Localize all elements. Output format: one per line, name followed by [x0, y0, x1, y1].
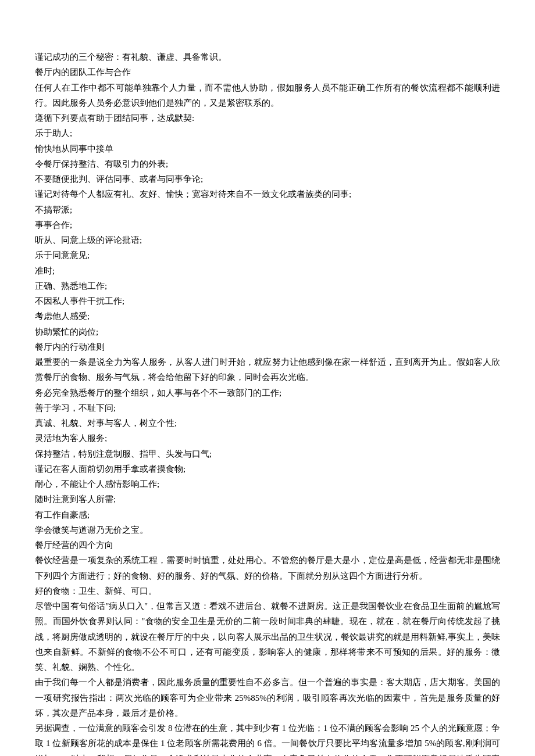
- text-line: 最重要的一条是说全力为客人服务，从客人进门时开始，就应努力让他感到像在家一样舒适…: [35, 354, 500, 385]
- text-line: 令餐厅保持整洁、有吸引力的外表;: [35, 156, 500, 171]
- document-body: 谨记成功的三个秘密：有礼貌、谦虚、具备常识。 餐厅内的团队工作与合作 任何人在工…: [35, 49, 500, 756]
- text-line: 尽管中国有句俗话"病从口入"，但常言又道：看戏不进后台、就餐不进厨房。这正是我国…: [35, 599, 500, 675]
- text-line: 不要随便批判、评估同事、或者与同事争论;: [35, 171, 500, 187]
- text-line: 乐于助人;: [35, 126, 500, 141]
- text-line: 学会微笑与道谢乃无价之宝。: [35, 522, 500, 538]
- text-line: 耐心，不能让个人感情影响工作;: [35, 476, 500, 492]
- text-line: 谨记对待每个人都应有礼、友好、愉快；宽容对待来自不一致文化或者族类的同事;: [35, 187, 500, 202]
- text-line: 谨记成功的三个秘密：有礼貌、谦虚、具备常识。: [35, 49, 500, 65]
- text-line: 准时;: [35, 263, 500, 278]
- text-line: 真诚、礼貌、对事与客人，树立个性;: [35, 415, 500, 431]
- text-line: 事事合作;: [35, 217, 500, 232]
- text-line: 餐厅内的团队工作与合作: [35, 65, 500, 80]
- text-line: 灵活地为客人服务;: [35, 431, 500, 446]
- text-line: 考虑他人感受;: [35, 309, 500, 324]
- text-line: 好的食物：卫生、新鲜、可口。: [35, 583, 500, 599]
- text-line: 保持整洁，特别注意制服、指甲、头发与口气;: [35, 446, 500, 461]
- text-line: 正确、熟悉地工作;: [35, 278, 500, 293]
- text-line: 任何人在工作中都不可能单独靠个人力量，而不需他人协助，假如服务人员不能正确工作所…: [35, 80, 500, 111]
- text-line: 不搞帮派;: [35, 202, 500, 217]
- text-line: 另据调查，一位满意的顾客会引发 8 位潜在的生意，其中到少有 1 位光临；1 位…: [35, 721, 500, 756]
- text-line: 随时注意到客人所需;: [35, 492, 500, 507]
- text-line: 由于我们每一个人都是消费者，因此服务质量的重要性自不必多言。但一个普遍的事实是：…: [35, 675, 500, 721]
- text-line: 有工作自豪感;: [35, 507, 500, 522]
- text-line: 餐厅经营的四个方向: [35, 538, 500, 553]
- text-line: 协助繁忙的岗位;: [35, 324, 500, 339]
- text-line: 愉快地从同事中接单: [35, 141, 500, 156]
- text-line: 乐于同意意见;: [35, 248, 500, 263]
- text-line: 餐厅内的行动准则: [35, 339, 500, 354]
- text-line: 谨记在客人面前切勿用手拿或者摸食物;: [35, 461, 500, 476]
- text-line: 善于学习，不耻下问;: [35, 400, 500, 415]
- text-line: 听从、同意上级的评论批语;: [35, 232, 500, 248]
- text-line: 遵循下列要点有助于团结同事，达成默契:: [35, 110, 500, 126]
- text-line: 餐饮经营是一项复杂的系统工程，需要时时慎重，处处用心。不管您的餐厅是大是小，定位…: [35, 553, 500, 583]
- text-line: 务必完全熟悉餐厅的整个组织，如人事与各个不一致部门的工作;: [35, 385, 500, 400]
- text-line: 不因私人事件干扰工作;: [35, 293, 500, 309]
